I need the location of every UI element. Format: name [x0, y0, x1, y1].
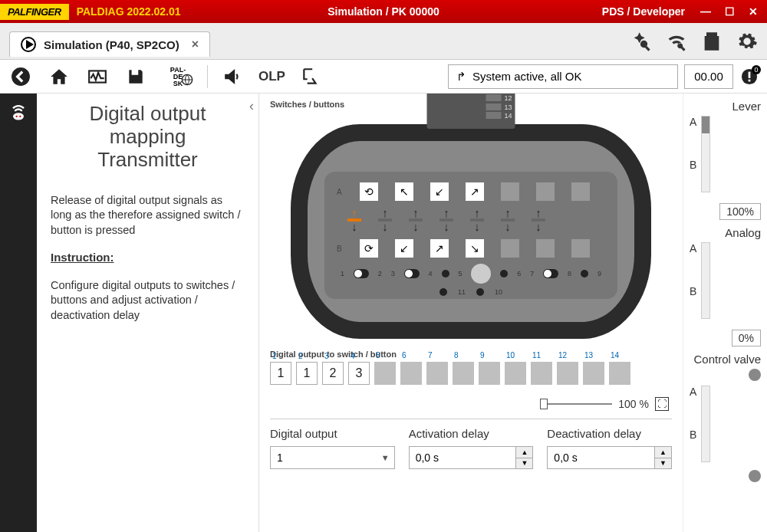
status-arrow-icon: ↱ [456, 70, 466, 84]
svg-point-0 [12, 67, 30, 86]
switch-a3[interactable]: ↙ [430, 182, 449, 201]
alert-icon[interactable] [739, 67, 759, 87]
zoom-value: 100 % [618, 398, 649, 410]
activation-delay-input[interactable]: 0,0 s▲▼ [409, 446, 534, 469]
lever-value: 100% [719, 203, 761, 220]
lever-heading: Lever [690, 100, 761, 113]
close-button[interactable]: ✕ [749, 5, 758, 18]
spark-search-icon[interactable] [630, 31, 652, 52]
transmitter-nav-icon[interactable] [8, 101, 29, 126]
bottom-controls: 12 34 5 6 78 9 [337, 264, 605, 284]
output-mapping-row: Digital output to switch / button 112132… [270, 350, 672, 385]
gear-icon[interactable] [736, 31, 758, 52]
user-mode-label: PDS / Developer [602, 5, 685, 18]
switch-a2[interactable]: ↖ [395, 182, 413, 201]
collapse-panel-icon[interactable]: ‹ [249, 98, 254, 114]
toolbar: PAL-DESK OLP ↱ System active, all OK 00.… [0, 60, 767, 94]
toggle-3[interactable] [543, 269, 558, 278]
analog-value: 0% [732, 330, 761, 346]
content-area: Switches / buttons 12 13 14 A ⟲ ↖ ↙ ↗ [259, 94, 683, 532]
map-cell-10[interactable]: 10 [505, 362, 526, 385]
button-9[interactable] [581, 270, 588, 277]
switch-a6[interactable] [536, 182, 555, 201]
cv-indicator-bottom [749, 470, 761, 482]
info-description: Release of digital output signals as lon… [51, 193, 245, 238]
map-cell-5[interactable]: 5 [374, 362, 396, 385]
lever-bar [701, 116, 710, 192]
tab-simulation[interactable]: Simulation (P40, SP2CO) × [9, 31, 210, 57]
transmitter-graphic: 12 13 14 A ⟲ ↖ ↙ ↗ [270, 112, 672, 342]
tab-label: Simulation (P40, SP2CO) [44, 38, 179, 51]
switch-b5[interactable] [501, 239, 519, 258]
svg-point-7 [16, 116, 18, 117]
fullscreen-icon[interactable]: ⛶ [655, 397, 669, 411]
map-cell-9[interactable]: 9 [479, 362, 500, 385]
map-cell-2[interactable]: 21 [296, 362, 318, 385]
page-title: Digital output mappingTransmitter [51, 103, 245, 172]
wifi-search-icon[interactable] [666, 31, 687, 52]
paldesk-button[interactable]: PAL-DESK [161, 64, 195, 90]
cv-bar [701, 386, 710, 462]
status-box: ↱ System active, all OK [448, 64, 678, 89]
button-11[interactable] [439, 288, 447, 296]
horn-icon[interactable] [220, 64, 246, 90]
zoom-slider[interactable] [543, 403, 612, 405]
tab-close-icon[interactable]: × [192, 38, 199, 51]
status-text: System active, all OK [472, 70, 582, 83]
toggle-2[interactable] [404, 269, 420, 278]
title-bar: PALFINGER PALDIAG 2022.02.01 Simulation … [0, 0, 767, 23]
status-counter: 00.00 [684, 64, 733, 89]
save-button[interactable] [123, 64, 149, 90]
zoom-control: 100 % ⛶ [270, 397, 669, 411]
minimize-button[interactable]: — [700, 5, 711, 18]
app-title: PALDIAG 2022.02.01 [77, 5, 181, 18]
scope-icon[interactable] [84, 64, 110, 90]
maximize-button[interactable]: ☐ [725, 5, 735, 18]
map-cell-13[interactable]: 13 [583, 362, 604, 385]
cfg-deactivation-label: Deactivation delay [547, 427, 672, 440]
left-rail [0, 94, 37, 532]
switch-b1[interactable]: ⟳ [360, 239, 378, 258]
toggle-1[interactable] [354, 269, 369, 278]
svg-point-6 [13, 113, 24, 120]
switch-b2[interactable]: ↙ [395, 239, 413, 258]
switch-a1[interactable]: ⟲ [360, 182, 378, 201]
right-rail: Lever AB 100% Analog AB 0% Control valve… [683, 94, 767, 532]
window-subtitle: Simulation / PK 00000 [328, 5, 439, 18]
map-cell-4[interactable]: 43 [348, 362, 370, 385]
switch-b3[interactable]: ↗ [430, 239, 449, 258]
crane-pulse-icon[interactable] [298, 64, 324, 90]
transmitter-top-module: 12 13 14 [427, 94, 515, 129]
map-cell-14[interactable]: 14 [609, 362, 630, 385]
switch-a7[interactable] [571, 182, 590, 201]
map-cell-7[interactable]: 7 [426, 362, 448, 385]
svg-point-8 [19, 116, 21, 117]
clipboard-icon[interactable] [701, 31, 723, 52]
map-cell-3[interactable]: 32 [322, 362, 344, 385]
svg-rect-4 [749, 71, 751, 77]
app-header: Simulation (P40, SP2CO) × [0, 23, 767, 60]
switch-b7[interactable] [571, 239, 590, 258]
back-button[interactable] [8, 64, 34, 90]
svg-rect-5 [749, 79, 751, 81]
play-icon [21, 37, 36, 52]
digital-output-select[interactable]: 1▼ [270, 446, 395, 469]
main-knob[interactable] [471, 264, 491, 284]
cfg-activation-label: Activation delay [409, 427, 534, 440]
home-button[interactable] [46, 64, 72, 90]
switch-a4[interactable]: ↗ [466, 182, 484, 201]
map-cell-8[interactable]: 8 [453, 362, 474, 385]
cfg-output-label: Digital output [270, 427, 395, 440]
deactivation-delay-input[interactable]: 0,0 s▲▼ [547, 446, 672, 469]
button-5[interactable] [442, 270, 449, 277]
button-10[interactable] [476, 288, 484, 296]
button-6[interactable] [500, 270, 508, 277]
switch-a5[interactable] [501, 182, 519, 201]
olp-label[interactable]: OLP [258, 69, 285, 84]
map-cell-6[interactable]: 6 [400, 362, 422, 385]
switch-b4[interactable]: ↘ [466, 239, 484, 258]
map-cell-1[interactable]: 11 [270, 362, 291, 385]
map-cell-12[interactable]: 12 [557, 362, 578, 385]
switch-b6[interactable] [536, 239, 555, 258]
map-cell-11[interactable]: 11 [531, 362, 552, 385]
